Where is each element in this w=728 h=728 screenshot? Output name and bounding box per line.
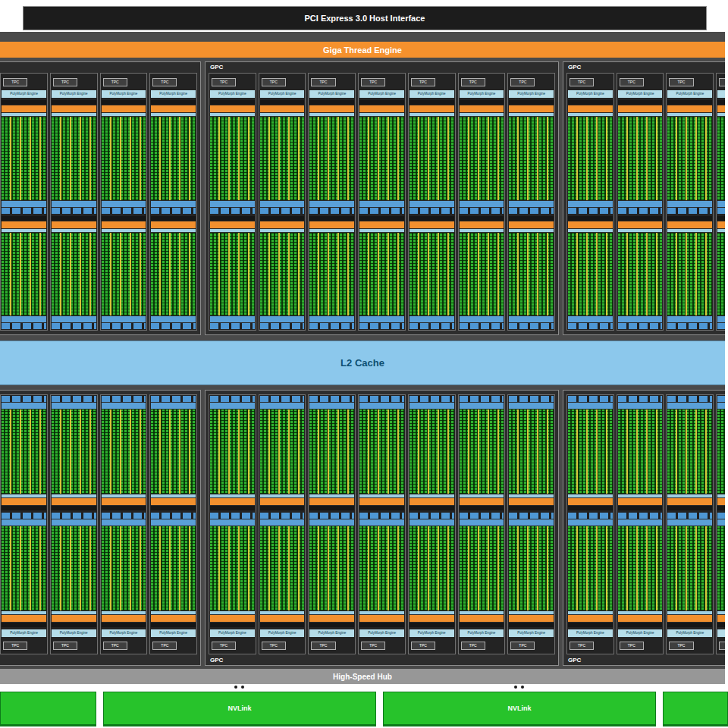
gpu-architecture-diagram: PCI Express 3.0 Host Interface Giga Thre… [0, 0, 728, 728]
sm-header-bar [618, 506, 663, 510]
tpc-column: TPCPolyMorph Engine [716, 394, 725, 654]
cuda-core-grid [2, 526, 46, 610]
register-file-bar [509, 611, 554, 614]
polymorph-engine-bar: PolyMorph Engine [151, 90, 196, 98]
cuda-core-grid [568, 233, 613, 316]
texture-units-bar [102, 208, 146, 214]
shared-memory-bar [309, 403, 354, 409]
sm-header-bar [210, 100, 255, 105]
cuda-core-grid [151, 410, 196, 494]
tpc-header: TPC [410, 74, 454, 89]
polymorph-engine-bar: PolyMorph Engine [151, 629, 196, 637]
sm-block [359, 396, 404, 510]
texture-units-bar [568, 208, 613, 214]
polymorph-engine-bar: PolyMorph Engine [309, 629, 354, 637]
sm-block [509, 216, 554, 330]
cuda-core-grid [410, 410, 454, 494]
texture-units-bar [210, 513, 255, 519]
tpc-header: TPC [717, 74, 725, 89]
shared-memory-bar [52, 201, 96, 207]
warp-scheduler-bar [568, 615, 613, 622]
tpc-label: TPC [212, 642, 236, 650]
texture-units-bar [359, 396, 404, 402]
warp-scheduler-bar [102, 498, 146, 505]
register-file-bar [717, 113, 725, 116]
texture-units-bar [260, 208, 305, 214]
shared-memory-bar [410, 201, 454, 207]
tpc-column: TPCPolyMorph Engine [259, 73, 306, 331]
register-file-bar [2, 113, 46, 116]
shared-memory-bar [210, 519, 255, 526]
tpc-label: TPC [411, 78, 435, 86]
register-file-bar [151, 611, 196, 614]
sm-header-bar [618, 623, 663, 627]
sm-header-bar [151, 506, 196, 510]
sm-block [359, 216, 404, 330]
texture-units-bar [410, 208, 454, 214]
shared-memory-bar [309, 316, 354, 322]
warp-scheduler-bar [52, 615, 96, 622]
register-file-bar [260, 611, 305, 614]
cuda-core-grid [717, 526, 725, 610]
tpc-header: TPC [509, 74, 554, 89]
texture-units-bar [309, 513, 354, 519]
warp-scheduler-bar [102, 105, 146, 112]
cuda-core-grid [410, 117, 454, 200]
sm-header-bar [717, 216, 725, 221]
texture-units-bar [359, 513, 404, 519]
tpc-label: TPC [570, 642, 594, 650]
sm-block [509, 513, 554, 627]
shared-memory-bar [460, 316, 504, 322]
cuda-core-grid [102, 410, 146, 494]
shared-memory-bar [509, 403, 554, 409]
sm-block [568, 100, 613, 214]
cuda-core-grid [359, 233, 404, 316]
texture-units-bar [102, 396, 146, 402]
texture-units-bar [309, 208, 354, 214]
sm-block [309, 396, 354, 510]
register-file-bar [210, 113, 255, 116]
sm-header-bar [359, 100, 404, 105]
shared-memory-bar [667, 316, 712, 322]
warp-scheduler-bar [717, 498, 725, 505]
tpc-column: TPCPolyMorph Engine [259, 394, 306, 654]
cuda-core-grid [460, 410, 504, 494]
shared-memory-bar [618, 201, 663, 207]
shared-memory-bar [52, 403, 96, 409]
register-file-bar [460, 229, 504, 232]
warp-scheduler-bar [260, 105, 305, 112]
sm-header-bar [2, 506, 46, 510]
tpc-column: TPCPolyMorph Engine [458, 73, 506, 331]
warp-scheduler-bar [568, 105, 613, 112]
texture-units-bar [2, 208, 46, 214]
warp-scheduler-bar [359, 498, 404, 505]
sm-block [618, 513, 663, 627]
tpc-row: TPCPolyMorph EngineTPCPolyMorph EngineTP… [0, 73, 197, 331]
register-file-bar [410, 229, 454, 232]
sm-header-bar [260, 506, 305, 510]
polymorph-engine-bar: PolyMorph Engine [359, 90, 404, 98]
tpc-column: TPCPolyMorph Engine [209, 73, 256, 331]
polymorph-engine-bar: PolyMorph Engine [260, 629, 305, 637]
sm-block [260, 396, 305, 510]
texture-units-bar [210, 323, 255, 329]
sm-header-bar [2, 623, 46, 627]
sm-header-bar [309, 506, 354, 510]
texture-units-bar [667, 323, 712, 329]
sm-block [667, 396, 712, 510]
sm-block [102, 216, 146, 330]
cuda-core-grid [151, 233, 196, 316]
shared-memory-bar [2, 201, 46, 207]
sm-block [2, 396, 46, 510]
sm-block [717, 100, 725, 214]
sm-header-bar [2, 216, 46, 221]
warp-scheduler-bar [309, 498, 354, 505]
cuda-core-grid [102, 117, 146, 200]
warp-scheduler-bar [667, 221, 712, 228]
shared-memory-bar [102, 201, 146, 207]
sm-block [2, 513, 46, 627]
tpc-header: TPC [460, 74, 504, 89]
tpc-label: TPC [3, 642, 27, 650]
tpc-label: TPC [212, 78, 236, 86]
texture-units-bar [52, 513, 96, 519]
